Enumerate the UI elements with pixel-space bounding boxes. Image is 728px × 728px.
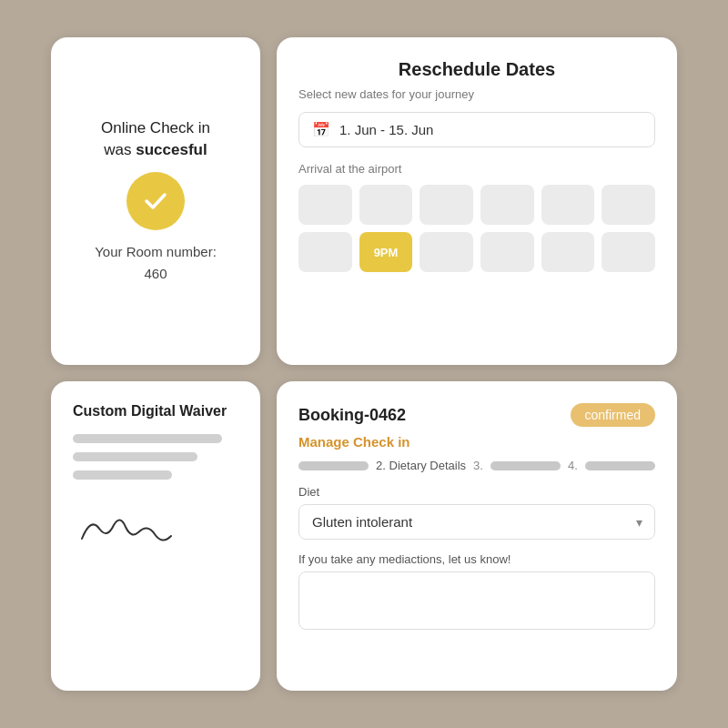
step-2-label: 2. Dietary Details	[376, 459, 466, 472]
steps-row: 2. Dietary Details 3. 4.	[298, 459, 655, 472]
waiver-title: Custom Digital Waiver	[73, 403, 238, 420]
medications-input[interactable]	[298, 571, 655, 630]
diet-select[interactable]: Gluten intolerant Vegan Vegetarian None	[298, 504, 655, 540]
time-slot-5[interactable]	[541, 185, 595, 225]
room-number: 460	[144, 266, 167, 281]
step-1-pill	[298, 461, 369, 470]
waiver-card: Custom Digital Waiver	[51, 381, 260, 691]
time-slot-7[interactable]	[298, 232, 352, 272]
time-grid: 9PM	[298, 185, 655, 272]
time-slot-12[interactable]	[602, 232, 655, 272]
arrival-label: Arrival at the airport	[298, 162, 655, 176]
main-grid: Online Check in was succesful Your Room …	[24, 10, 704, 718]
time-slot-2[interactable]	[359, 185, 413, 225]
reschedule-card: Reschedule Dates Select new dates for yo…	[277, 37, 677, 365]
reschedule-title: Reschedule Dates	[298, 59, 655, 80]
checkin-title-line2: was	[104, 141, 136, 158]
step-3-number: 3.	[473, 459, 483, 472]
booking-id: Booking-0462	[298, 406, 406, 425]
time-slot-4[interactable]	[480, 185, 534, 225]
waiver-line-2	[73, 452, 197, 461]
reschedule-subtitle: Select new dates for your journey	[298, 87, 655, 101]
time-slot-6[interactable]	[602, 185, 655, 225]
step-4-number: 4.	[568, 459, 578, 472]
time-slot-1[interactable]	[298, 185, 352, 225]
checkmark-icon	[141, 187, 170, 216]
time-slot-10[interactable]	[480, 232, 534, 272]
room-info: Your Room number: 460	[95, 241, 217, 285]
time-slot-11[interactable]	[541, 232, 595, 272]
booking-card: Booking-0462 confirmed Manage Check in 2…	[277, 381, 677, 691]
time-slot-9[interactable]	[420, 232, 473, 272]
confirmed-badge: confirmed	[571, 403, 655, 427]
step-3-pill	[490, 461, 561, 470]
date-value: 1. Jun - 15. Jun	[339, 122, 433, 137]
signature-area	[73, 500, 238, 556]
calendar-icon: 📅	[312, 121, 330, 138]
waiver-line-3	[73, 470, 172, 480]
room-label: Your Room number:	[95, 244, 217, 259]
booking-header: Booking-0462 confirmed	[298, 403, 655, 427]
checkin-title: Online Check in was succesful	[101, 117, 210, 161]
checkin-title-bold: succesful	[136, 141, 207, 158]
diet-label: Diet	[298, 485, 655, 499]
medications-label: If you take any mediactions, let us know…	[298, 552, 655, 566]
checkin-title-line1: Online Check in	[101, 119, 210, 136]
success-circle	[126, 172, 185, 230]
time-slot-8[interactable]: 9PM	[359, 232, 413, 272]
date-input-row[interactable]: 📅 1. Jun - 15. Jun	[298, 112, 655, 147]
manage-checkin-label[interactable]: Manage Check in	[298, 434, 655, 450]
checkin-card: Online Check in was succesful Your Room …	[51, 37, 260, 365]
time-slot-3[interactable]	[420, 185, 473, 225]
diet-select-wrapper: Gluten intolerant Vegan Vegetarian None …	[298, 504, 655, 540]
waiver-line-1	[73, 434, 222, 443]
step-4-pill	[585, 461, 655, 470]
signature-icon	[73, 507, 182, 552]
